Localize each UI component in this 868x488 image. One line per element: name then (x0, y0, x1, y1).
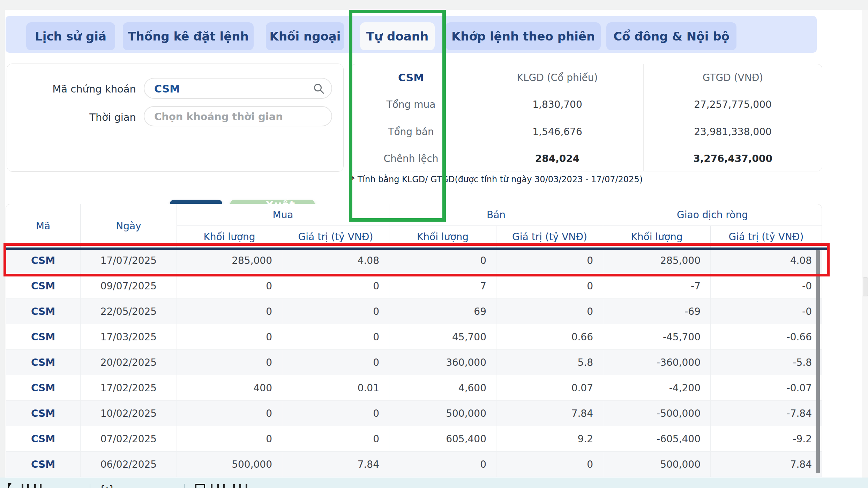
status-divider (90, 484, 90, 488)
braces-icon: {;} (99, 483, 115, 488)
numeric-cell: 0 (282, 324, 389, 349)
numeric-cell: 0 (389, 248, 496, 273)
date-cell: 20/02/2025 (80, 350, 177, 375)
status-text-fragment (246, 484, 247, 488)
symbol-input-pill (144, 78, 332, 99)
ticker-cell[interactable]: CSM (6, 350, 80, 375)
summary-row-label: Tổng bán (351, 118, 471, 145)
ticker-cell[interactable]: CSM (6, 452, 80, 477)
numeric-cell: 285,000 (177, 248, 282, 273)
numeric-cell: -9.2 (710, 426, 822, 451)
col-header-ma[interactable]: Mã (6, 204, 80, 247)
table-row[interactable]: CSM17/02/20254000.014,6000.07-4,200-0.07 (6, 375, 822, 400)
table-row[interactable]: CSM07/02/202500605,4009.2-605,400-9.2 (6, 426, 822, 451)
summary-col-gtgd: GTGD (VNĐ) (643, 64, 822, 91)
col-header-mua-khoi-luong[interactable]: Khối lượng (177, 226, 282, 247)
numeric-cell: 4,600 (389, 375, 496, 400)
col-header-mua-gia-tri[interactable]: Giá trị (tỷ VNĐ) (282, 226, 389, 247)
tab-thong-ke-dat-lenh[interactable]: Thống kê đặt lệnh (123, 22, 254, 50)
numeric-cell: 0 (177, 350, 282, 375)
numeric-cell: 285,000 (603, 248, 710, 273)
page-scrollbar-thumb[interactable] (863, 278, 868, 296)
numeric-cell: -0.07 (710, 375, 822, 400)
summary-table: CSM KLGD (Cổ phiếu) GTGD (VNĐ) Tổng mua1… (351, 64, 822, 171)
tab-khoi-ngoai[interactable]: Khối ngoại (266, 22, 344, 50)
summary-body: Tổng mua1,830,70027,257,775,000Tổng bán1… (351, 91, 822, 171)
table-row[interactable]: CSM09/07/20250070-7-0 (6, 273, 822, 298)
symbol-label: Mã chứng khoán (10, 83, 136, 95)
numeric-cell: -605,400 (603, 426, 710, 451)
ticker-cell[interactable]: CSM (6, 324, 80, 349)
status-text-fragment (217, 484, 219, 488)
table-row[interactable]: CSM06/02/2025500,0007.8400500,0007.84 (6, 451, 822, 477)
summary-row-value: 1,546,676 (471, 118, 643, 145)
page-scrollbar-track[interactable] (862, 10, 868, 478)
date-cell: 06/02/2025 (80, 452, 177, 477)
cursor-icon (8, 483, 14, 488)
summary-header-row: CSM KLGD (Cổ phiếu) GTGD (VNĐ) (351, 64, 822, 91)
col-header-ngay[interactable]: Ngày (80, 204, 177, 247)
col-group-ban[interactable]: Bán (389, 204, 603, 226)
date-cell: 17/03/2025 (80, 324, 177, 349)
time-label: Thời gian (10, 111, 136, 123)
ticker-cell[interactable]: CSM (6, 426, 80, 451)
numeric-cell: 0 (496, 273, 603, 298)
numeric-cell: 0 (496, 299, 603, 324)
numeric-cell: -45,700 (603, 324, 710, 349)
numeric-cell: 0 (282, 401, 389, 426)
col-group-giao-dich-rong[interactable]: Giao dịch ròng (603, 204, 822, 226)
symbol-input[interactable] (154, 79, 319, 99)
selected-row-line (6, 247, 827, 250)
summary-row: Tổng bán1,546,67623,981,338,000 (351, 118, 822, 145)
time-range-input[interactable] (154, 107, 319, 126)
frame-strip-left (0, 10, 5, 478)
ticker-cell[interactable]: CSM (6, 401, 80, 426)
table-row[interactable]: CSM10/02/202500500,0007.84-500,000-7.84 (6, 400, 822, 426)
ticker-cell[interactable]: CSM (6, 299, 80, 324)
numeric-cell: 0 (177, 273, 282, 298)
frame-strip-top (0, 0, 868, 10)
summary-col-klgd: KLGD (Cổ phiếu) (471, 64, 643, 91)
table-row[interactable]: CSM20/02/202500360,0005.8-360,000-5.8 (6, 349, 822, 375)
numeric-cell: 7 (389, 273, 496, 298)
ticker-cell[interactable]: CSM (6, 248, 80, 273)
summary-row-value: 3,276,437,000 (643, 145, 822, 171)
tab-lich-su-gia[interactable]: Lịch sử giá (26, 22, 115, 50)
table-scrollbar-thumb[interactable] (816, 250, 820, 473)
date-cell: 09/07/2025 (80, 273, 177, 298)
search-icon[interactable] (313, 83, 324, 94)
ruler-icon (195, 484, 205, 488)
date-cell: 17/07/2025 (80, 248, 177, 273)
numeric-cell: 5.8 (496, 350, 603, 375)
summary-row-label: Chênh lệch (351, 145, 471, 171)
summary-row-value: 1,830,700 (471, 91, 643, 118)
table-body: CSM17/07/2025285,0004.0800285,0004.08CSM… (6, 248, 822, 477)
col-group-mua[interactable]: Mua (177, 204, 389, 226)
summary-row: Tổng mua1,830,70027,257,775,000 (351, 91, 822, 118)
tab-tu-doanh[interactable]: Tự doanh (360, 22, 435, 50)
col-header-ban-gia-tri[interactable]: Giá trị (tỷ VNĐ) (496, 226, 603, 247)
numeric-cell: 7.84 (496, 401, 603, 426)
col-header-rong-gia-tri[interactable]: Giá trị (tỷ VNĐ) (710, 226, 822, 247)
tab-khop-lenh-theo-phien[interactable]: Khớp lệnh theo phiên (446, 22, 601, 50)
status-text-fragment (233, 484, 235, 488)
numeric-cell: 400 (177, 375, 282, 400)
numeric-cell: -7.84 (710, 401, 822, 426)
numeric-cell: 4.08 (282, 248, 389, 273)
date-cell: 22/05/2025 (80, 299, 177, 324)
col-header-rong-khoi-luong[interactable]: Khối lượng (603, 226, 710, 247)
status-text-fragment (40, 484, 42, 488)
numeric-cell: 0 (496, 452, 603, 477)
status-text-fragment (239, 484, 241, 488)
numeric-cell: 7.84 (282, 452, 389, 477)
summary-footnote: * Tính bằng KLGD/ GTGD(được tính từ ngày… (351, 175, 804, 184)
tab-co-dong-noi-bo[interactable]: Cổ đông & Nội bộ (606, 22, 736, 50)
table-row[interactable]: CSM17/03/20250045,7000.66-45,700-0.66 (6, 324, 822, 349)
time-input-pill (144, 106, 332, 126)
table-row[interactable]: CSM17/07/2025285,0004.0800285,0004.08 (6, 248, 822, 273)
table-row[interactable]: CSM22/05/202500690-69-0 (6, 298, 822, 324)
status-text-fragment (27, 484, 29, 488)
ticker-cell[interactable]: CSM (6, 375, 80, 400)
col-header-ban-khoi-luong[interactable]: Khối lượng (389, 226, 496, 247)
ticker-cell[interactable]: CSM (6, 273, 80, 298)
